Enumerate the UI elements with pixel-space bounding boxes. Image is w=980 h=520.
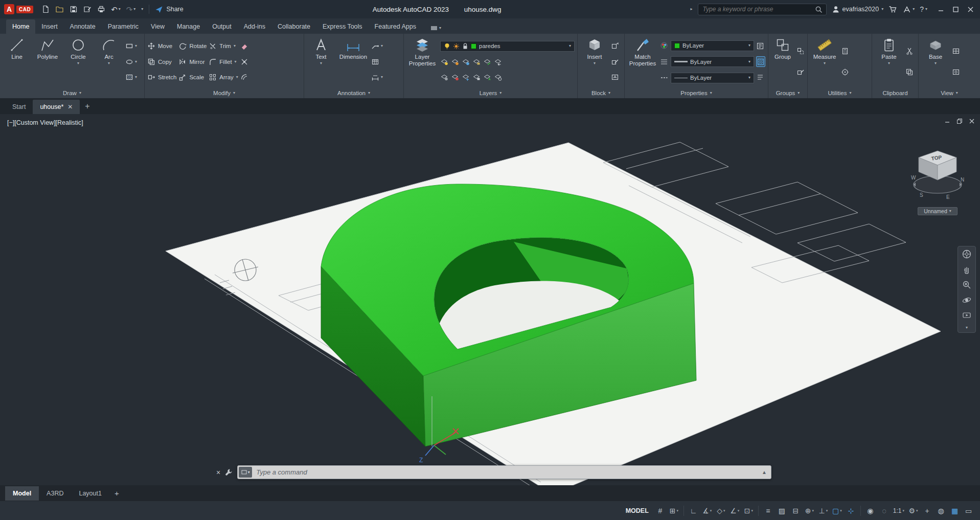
autoscale-toggle[interactable]: ◌ bbox=[878, 504, 891, 517]
copy-button[interactable]: Copy bbox=[147, 56, 176, 67]
layer-lock-button[interactable] bbox=[472, 56, 481, 67]
panel-title-annotation[interactable]: Annotation▾ bbox=[304, 87, 403, 98]
cart-button[interactable] bbox=[888, 5, 898, 13]
id-point-button[interactable] bbox=[841, 66, 849, 77]
layer-current-button[interactable] bbox=[483, 72, 491, 83]
navbar-customize-button[interactable]: ▾ bbox=[966, 326, 968, 330]
tab-annotate[interactable]: Annotate bbox=[64, 19, 102, 34]
panel-title-view[interactable]: View▾ bbox=[919, 87, 980, 98]
layer-match-button[interactable] bbox=[483, 56, 491, 67]
circle-button[interactable]: Circle ▾ bbox=[64, 36, 93, 87]
fillet-button[interactable]: Fillet ▾ bbox=[209, 56, 238, 67]
text-button[interactable]: Text ▾ bbox=[307, 36, 335, 87]
title-expand-arrow[interactable]: ▸ bbox=[691, 7, 693, 11]
panel-title-modify[interactable]: Modify▾ bbox=[145, 87, 304, 98]
model-space-toggle[interactable]: MODEL bbox=[626, 507, 649, 514]
isolate-objects-button[interactable]: ◍ bbox=[935, 504, 947, 517]
layer-thaw-button[interactable] bbox=[462, 72, 470, 83]
polyline-button[interactable]: Polyline bbox=[33, 36, 62, 87]
full-navigation-wheel-button[interactable] bbox=[962, 249, 972, 259]
search-input[interactable] bbox=[702, 5, 812, 13]
match-properties-button[interactable]: Match Properties bbox=[627, 36, 658, 87]
copy-clip-button[interactable] bbox=[905, 66, 914, 77]
ungroup-button[interactable] bbox=[796, 46, 805, 57]
app-menu-button[interactable]: A CAD bbox=[4, 4, 33, 14]
group-edit-button[interactable] bbox=[796, 66, 805, 77]
layer-unisolate-button[interactable] bbox=[451, 72, 459, 83]
annotation-visibility-toggle[interactable]: ◉ bbox=[864, 504, 877, 517]
tab-output[interactable]: Output bbox=[206, 19, 238, 34]
array-button[interactable]: Array ▾ bbox=[209, 72, 238, 83]
graphics-performance-toggle[interactable]: ▦ bbox=[948, 504, 961, 517]
annotation-monitor-toggle[interactable]: + bbox=[921, 504, 933, 517]
new-layout-button[interactable]: + bbox=[109, 487, 124, 500]
show-motion-button[interactable] bbox=[962, 310, 972, 321]
layer-properties-button[interactable]: Layer Properties bbox=[406, 36, 438, 87]
recent-commands-button[interactable]: ▾ bbox=[239, 467, 252, 478]
tab-express-tools[interactable]: Express Tools bbox=[316, 19, 369, 34]
grid-toggle[interactable]: # bbox=[654, 504, 667, 517]
edit-block-button[interactable] bbox=[611, 56, 619, 67]
color-wheel-icon[interactable] bbox=[660, 41, 668, 50]
measure-button[interactable]: Measure ▾ bbox=[810, 36, 839, 87]
create-block-button[interactable] bbox=[611, 41, 619, 52]
tab-parametric[interactable]: Parametric bbox=[102, 19, 145, 34]
scale-button[interactable]: Scale bbox=[178, 72, 207, 83]
isometric-drafting-toggle[interactable]: ◇▾ bbox=[715, 504, 727, 517]
plot-button[interactable] bbox=[97, 5, 105, 13]
close-tab-icon[interactable]: ✕ bbox=[67, 103, 73, 110]
expand-command-history-icon[interactable]: ▲ bbox=[762, 469, 767, 475]
workspace-switching-button[interactable]: ⚙▾ bbox=[907, 504, 920, 517]
cut-button[interactable] bbox=[905, 46, 914, 57]
viewcube-ucs-menu[interactable]: Unnamed ▾ bbox=[918, 207, 958, 215]
annotation-scale-select[interactable]: 1:1▾ bbox=[892, 504, 906, 517]
block-attributes-button[interactable] bbox=[611, 72, 619, 83]
move-button[interactable]: Move bbox=[147, 41, 176, 52]
object-snap-tracking-toggle[interactable]: ∠▾ bbox=[728, 504, 741, 517]
insert-block-button[interactable]: Insert ▾ bbox=[580, 36, 609, 87]
ribbon-display-options-button[interactable]: ▾ bbox=[427, 22, 444, 34]
new-drawing-tab-button[interactable]: + bbox=[80, 100, 95, 114]
linetype-select[interactable]: ByLayer ▾ bbox=[671, 73, 754, 83]
offset-button[interactable] bbox=[240, 72, 248, 83]
rotate-button[interactable]: Rotate bbox=[178, 41, 207, 52]
save-button[interactable] bbox=[70, 5, 78, 13]
layer-freeze-button[interactable] bbox=[462, 56, 470, 67]
trim-button[interactable]: Trim ▾ bbox=[209, 41, 238, 52]
layout-tab-model[interactable]: Model bbox=[5, 486, 39, 501]
new-file-button[interactable] bbox=[41, 5, 50, 13]
layout-tab-a3rd[interactable]: A3RD bbox=[39, 486, 71, 501]
hatch-button[interactable]: ▾ bbox=[125, 72, 137, 83]
leader-button[interactable]: ▾ bbox=[371, 41, 383, 52]
layer-walk-button[interactable] bbox=[494, 72, 502, 83]
customize-command-icon[interactable] bbox=[224, 468, 233, 477]
model-space-canvas[interactable]: Z bbox=[0, 114, 980, 485]
panel-title-utilities[interactable]: Utilities▾ bbox=[808, 87, 872, 98]
zoom-button[interactable] bbox=[962, 280, 972, 290]
tab-home[interactable]: Home bbox=[6, 19, 35, 34]
tab-featured-apps[interactable]: Featured Apps bbox=[369, 19, 422, 34]
object-color-select[interactable]: ByLayer ▾ bbox=[671, 40, 754, 51]
clean-screen-toggle[interactable]: ▭ bbox=[962, 504, 975, 517]
panel-title-draw[interactable]: Draw▾ bbox=[0, 87, 144, 98]
dimension-button[interactable]: Dimension bbox=[337, 36, 369, 87]
lineweight-icon[interactable] bbox=[660, 58, 668, 66]
list-button[interactable] bbox=[756, 72, 764, 83]
transparency-toggle[interactable]: ▨ bbox=[776, 504, 788, 517]
layer-select[interactable]: paredes ▾ bbox=[440, 41, 575, 52]
lineweight-toggle[interactable]: ≡ bbox=[762, 504, 774, 517]
3d-object-snap-toggle[interactable]: ⊕▾ bbox=[803, 504, 816, 517]
tab-manage[interactable]: Manage bbox=[171, 19, 206, 34]
panel-title-groups[interactable]: Groups▾ bbox=[768, 87, 807, 98]
panel-title-layers[interactable]: Layers▾ bbox=[404, 87, 577, 98]
selection-filtering-toggle[interactable]: ▢▾ bbox=[831, 504, 844, 517]
group-button[interactable]: Group bbox=[771, 36, 794, 87]
vp-close-button[interactable] bbox=[969, 118, 975, 124]
layer-unlock-button[interactable] bbox=[472, 72, 481, 83]
rectangle-button[interactable]: ▾ bbox=[125, 41, 137, 52]
account-menu[interactable]: evafrias2020 ▾ bbox=[832, 5, 884, 13]
stretch-button[interactable]: Stretch bbox=[147, 72, 176, 83]
arc-button[interactable]: Arc ▾ bbox=[95, 36, 123, 87]
viewcube[interactable]: W S E N TOP Unnamed ▾ bbox=[907, 144, 968, 215]
dynamic-ucs-toggle[interactable]: ⊥▾ bbox=[817, 504, 830, 517]
